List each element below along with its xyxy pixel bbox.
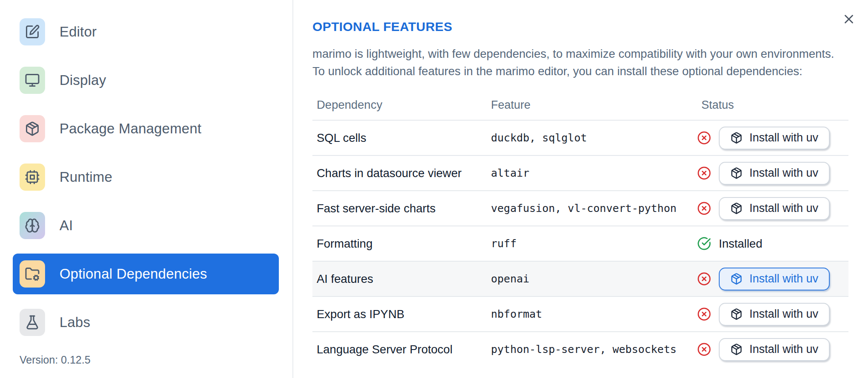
table-row: Charts in datasource viewer altair Insta… <box>312 155 848 190</box>
status-cell: Installed <box>697 237 848 251</box>
table-row: SQL cells duckdb, sqlglot Install with u… <box>312 120 848 155</box>
feature-cell: openai <box>491 273 697 285</box>
install-with-uv-button[interactable]: Install with uv <box>719 197 830 220</box>
status-cell: Install with uv <box>697 162 848 185</box>
dependency-cell: AI features <box>312 272 491 286</box>
sidebar-item-optional-dependencies[interactable]: Optional Dependencies <box>13 254 279 294</box>
feature-cell: duckdb, sqlglot <box>491 132 697 144</box>
sidebar-item-ai[interactable]: AI <box>13 205 279 246</box>
sidebar-item-label: Optional Dependencies <box>60 266 207 282</box>
square-pen-icon <box>20 18 45 45</box>
sidebar-item-editor[interactable]: Editor <box>13 11 279 52</box>
table-row: Export as IPYNB nbformat Install with uv <box>312 296 848 331</box>
sidebar-item-label: Labs <box>60 314 90 330</box>
description-line-1: marimo is lightweight, with few dependen… <box>312 47 834 60</box>
feature-cell: python-lsp-server, websockets <box>491 343 697 355</box>
description-line-2: To unlock additional features in the mar… <box>312 65 803 78</box>
status-cell: Install with uv <box>697 197 848 220</box>
table-row: Fast server-side charts vegafusion, vl-c… <box>312 190 848 226</box>
status-missing-icon <box>697 201 711 215</box>
table-row: Language Server Protocol python-lsp-serv… <box>312 331 848 367</box>
install-with-uv-button[interactable]: Install with uv <box>719 268 830 291</box>
feature-cell: altair <box>491 167 697 179</box>
status-cell: Install with uv <box>697 303 848 326</box>
optional-features-panel: OPTIONAL FEATURES marimo is lightweight,… <box>293 0 868 378</box>
column-header-dependency: Dependency <box>312 98 491 112</box>
sidebar-item-labs[interactable]: Labs <box>13 302 279 343</box>
status-cell: Install with uv <box>697 268 848 291</box>
feature-cell: vegafusion, vl-convert-python <box>491 202 697 214</box>
table-row: AI features openai Install with uv <box>312 261 848 296</box>
feature-cell: ruff <box>491 237 697 250</box>
dependencies-table: Dependency Feature Status SQL cells duck… <box>312 90 848 367</box>
dependency-cell: SQL cells <box>312 131 491 145</box>
flask-icon <box>20 309 45 336</box>
install-button-label: Install with uv <box>749 343 818 356</box>
monitor-icon <box>20 67 45 94</box>
status-missing-icon <box>697 272 711 286</box>
installed-label: Installed <box>719 237 762 251</box>
sidebar-item-label: Runtime <box>60 169 112 185</box>
install-with-uv-button[interactable]: Install with uv <box>719 162 830 185</box>
package-icon <box>730 167 743 179</box>
status-missing-icon <box>697 342 711 356</box>
column-header-status: Status <box>697 99 848 112</box>
package-icon <box>20 115 45 142</box>
sidebar-item-runtime[interactable]: Runtime <box>13 157 279 197</box>
package-icon <box>730 202 743 214</box>
table-header-row: Dependency Feature Status <box>312 90 848 120</box>
package-icon <box>730 273 743 285</box>
table-row: Formatting ruff Installed <box>312 226 848 261</box>
feature-cell: nbformat <box>491 308 697 320</box>
dependency-cell: Language Server Protocol <box>312 343 491 356</box>
package-icon <box>730 132 743 144</box>
sidebar-item-package-management[interactable]: Package Management <box>13 108 279 149</box>
status-installed-icon <box>697 237 711 251</box>
sidebar-item-display[interactable]: Display <box>13 60 279 101</box>
package-icon <box>730 308 743 320</box>
dependency-cell: Formatting <box>312 237 491 251</box>
status-missing-icon <box>697 166 711 180</box>
sidebar-item-label: AI <box>60 217 73 234</box>
sidebar-item-label: Editor <box>60 24 96 40</box>
settings-sidebar: Editor Display Package Management Runtim… <box>0 0 293 378</box>
install-button-label: Install with uv <box>749 166 818 180</box>
status-cell: Install with uv <box>697 338 848 361</box>
status-cell: Install with uv <box>697 127 848 150</box>
package-icon <box>730 343 743 355</box>
install-button-label: Install with uv <box>749 272 818 285</box>
dependency-cell: Export as IPYNB <box>312 307 491 321</box>
install-button-label: Install with uv <box>749 131 818 144</box>
panel-description: marimo is lightweight, with few dependen… <box>312 45 848 80</box>
version-label: Version: 0.12.5 <box>20 354 91 366</box>
dependency-cell: Fast server-side charts <box>312 202 491 215</box>
install-button-label: Install with uv <box>749 307 818 321</box>
cpu-icon <box>20 164 45 191</box>
brain-icon <box>20 212 45 239</box>
column-header-feature: Feature <box>491 99 697 112</box>
dependency-cell: Charts in datasource viewer <box>312 166 491 180</box>
install-with-uv-button[interactable]: Install with uv <box>719 127 830 150</box>
install-with-uv-button[interactable]: Install with uv <box>719 338 830 361</box>
folder-cog-icon <box>20 260 45 288</box>
sidebar-item-label: Display <box>60 72 106 88</box>
sidebar-item-label: Package Management <box>60 121 201 137</box>
install-with-uv-button[interactable]: Install with uv <box>719 303 830 326</box>
close-icon[interactable] <box>839 9 859 29</box>
install-button-label: Install with uv <box>749 202 818 215</box>
status-missing-icon <box>697 131 711 145</box>
status-missing-icon <box>697 307 711 321</box>
page-title: OPTIONAL FEATURES <box>312 20 848 34</box>
